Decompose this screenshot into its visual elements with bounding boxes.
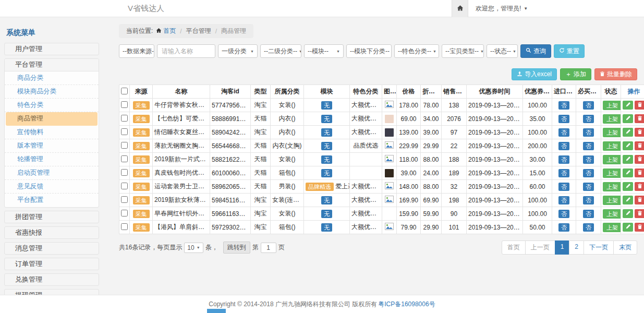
must-buy-toggle[interactable]: 否 xyxy=(583,142,594,150)
status-badge[interactable]: 上架 xyxy=(603,223,621,232)
edit-button[interactable] xyxy=(623,209,633,218)
delete-button[interactable] xyxy=(635,128,644,137)
status-badge[interactable]: 上架 xyxy=(603,114,621,124)
per-page-select[interactable]: 10 ▼ xyxy=(184,243,203,253)
status-badge[interactable]: 上架 xyxy=(603,196,621,205)
must-buy-toggle[interactable]: 否 xyxy=(583,183,594,191)
row-checkbox[interactable] xyxy=(121,210,128,216)
status-badge[interactable]: 上架 xyxy=(603,209,621,219)
edit-button[interactable] xyxy=(623,155,633,164)
sidebar-group-header-用户管理[interactable]: 用户管理 xyxy=(4,43,99,55)
filter-select-数据来源[interactable]: --数据来源--▼ xyxy=(119,44,154,58)
status-badge[interactable]: 上架 xyxy=(603,182,621,191)
breadcrumb-home-link[interactable]: 首页 xyxy=(156,27,176,35)
status-badge[interactable]: 上架 xyxy=(603,168,621,178)
sidebar-item-启动页管理[interactable]: 启动页管理 xyxy=(5,166,99,180)
sidebar-item-商品管理[interactable]: 商品管理 xyxy=(6,112,98,126)
status-badge[interactable]: 上架 xyxy=(603,101,621,110)
row-checkbox[interactable] xyxy=(121,223,128,230)
sidebar-item-模块商品分类[interactable]: 模块商品分类 xyxy=(5,85,99,99)
import-choice-toggle[interactable]: 否 xyxy=(558,155,569,164)
row-checkbox[interactable] xyxy=(121,196,128,203)
import-choice-toggle[interactable]: 否 xyxy=(558,196,569,204)
delete-button[interactable] xyxy=(635,114,644,123)
edit-button[interactable] xyxy=(623,223,633,232)
edit-button[interactable] xyxy=(623,168,633,177)
import-choice-toggle[interactable]: 否 xyxy=(558,223,569,232)
delete-button[interactable] xyxy=(635,196,644,204)
row-checkbox[interactable] xyxy=(121,155,128,162)
home-button[interactable] xyxy=(452,0,468,17)
icp-link[interactable]: 粤ICP备16098006号 xyxy=(378,300,435,309)
import-choice-toggle[interactable]: 否 xyxy=(558,128,569,137)
must-buy-toggle[interactable]: 否 xyxy=(583,128,594,137)
status-badge[interactable]: 上架 xyxy=(603,155,621,164)
row-checkbox[interactable] xyxy=(121,183,128,189)
page-button-1[interactable]: 1 xyxy=(555,240,570,255)
edit-button[interactable] xyxy=(623,128,633,137)
filter-select-宝贝类型[interactable]: --宝贝类型--▼ xyxy=(442,44,484,58)
must-buy-toggle[interactable]: 否 xyxy=(583,101,594,110)
batch-delete-button[interactable]: 批量删除 xyxy=(594,68,637,80)
page-button-下一页[interactable]: 下一页 xyxy=(584,240,614,255)
status-badge[interactable]: 上架 xyxy=(603,141,621,151)
edit-button[interactable] xyxy=(623,196,633,204)
import-choice-toggle[interactable]: 否 xyxy=(558,183,569,191)
edit-button[interactable] xyxy=(623,141,633,150)
delete-button[interactable] xyxy=(635,155,644,164)
import-choice-toggle[interactable]: 否 xyxy=(558,169,569,177)
delete-button[interactable] xyxy=(635,168,644,177)
search-button[interactable]: 查询 xyxy=(520,44,551,58)
user-menu[interactable]: 欢迎您，管理员! ▼ xyxy=(468,4,535,13)
import-choice-toggle[interactable]: 否 xyxy=(558,142,569,150)
delete-button[interactable] xyxy=(635,223,644,232)
filter-select-模块[interactable]: --模块--▼ xyxy=(304,44,344,58)
filter-select-特色分类[interactable]: --特色分类--▼ xyxy=(394,44,439,58)
reset-button[interactable]: 重置 xyxy=(554,44,585,58)
must-buy-toggle[interactable]: 否 xyxy=(583,115,594,123)
filter-select-二级分类[interactable]: --二级分类--▼ xyxy=(260,44,301,58)
import-choice-toggle[interactable]: 否 xyxy=(558,101,569,110)
page-button-2[interactable]: 2 xyxy=(569,240,584,255)
sidebar-group-header-拼团管理[interactable]: 拼团管理 xyxy=(4,211,99,223)
status-badge[interactable]: 上架 xyxy=(603,128,621,137)
sidebar-item-商品分类[interactable]: 商品分类 xyxy=(5,71,99,85)
must-buy-toggle[interactable]: 否 xyxy=(583,223,594,232)
sidebar-group-header-订单管理[interactable]: 订单管理 xyxy=(4,258,99,270)
sidebar-group-header-平台管理[interactable]: 平台管理 xyxy=(5,59,99,71)
sidebar-item-特色分类[interactable]: 特色分类 xyxy=(5,99,99,112)
must-buy-toggle[interactable]: 否 xyxy=(583,169,594,177)
sidebar-item-平台配置[interactable]: 平台配置 xyxy=(5,194,99,207)
sidebar-item-轮播管理[interactable]: 轮播管理 xyxy=(5,153,99,166)
row-checkbox[interactable] xyxy=(121,169,128,176)
sidebar-group-header-兑换管理[interactable]: 兑换管理 xyxy=(4,273,99,286)
delete-button[interactable] xyxy=(635,101,644,110)
must-buy-toggle[interactable]: 否 xyxy=(583,196,594,204)
delete-button[interactable] xyxy=(635,141,644,150)
import-choice-toggle[interactable]: 否 xyxy=(558,115,569,123)
row-checkbox[interactable] xyxy=(121,115,128,122)
jump-page-input[interactable] xyxy=(261,243,276,253)
filter-select-模块下分类[interactable]: --模块下分类--▼ xyxy=(346,44,392,58)
edit-button[interactable] xyxy=(623,101,633,110)
sidebar-group-header-省惠快报[interactable]: 省惠快报 xyxy=(4,226,99,239)
sidebar-item-意见反馈[interactable]: 意见反馈 xyxy=(5,180,99,194)
name-search-input[interactable] xyxy=(157,44,215,58)
add-button[interactable]: ＋ 添加 xyxy=(560,68,591,80)
sidebar-item-版本管理[interactable]: 版本管理 xyxy=(5,139,99,153)
must-buy-toggle[interactable]: 否 xyxy=(583,210,594,218)
sidebar-item-宣传物料[interactable]: 宣传物料 xyxy=(5,126,99,139)
row-checkbox[interactable] xyxy=(121,128,128,135)
delete-button[interactable] xyxy=(635,209,644,218)
select-all-checkbox[interactable] xyxy=(121,88,128,94)
row-checkbox[interactable] xyxy=(121,101,128,108)
jump-button[interactable]: 跳转到 xyxy=(223,242,250,254)
edit-button[interactable] xyxy=(623,114,633,123)
delete-button[interactable] xyxy=(635,182,644,191)
import-choice-toggle[interactable]: 否 xyxy=(558,210,569,218)
must-buy-toggle[interactable]: 否 xyxy=(583,155,594,164)
page-button-末页[interactable]: 末页 xyxy=(613,240,637,255)
filter-select-一级分类[interactable]: 一级分类▼ xyxy=(218,44,258,58)
import-excel-button[interactable]: 导入excel xyxy=(512,68,557,80)
row-checkbox[interactable] xyxy=(121,142,128,149)
